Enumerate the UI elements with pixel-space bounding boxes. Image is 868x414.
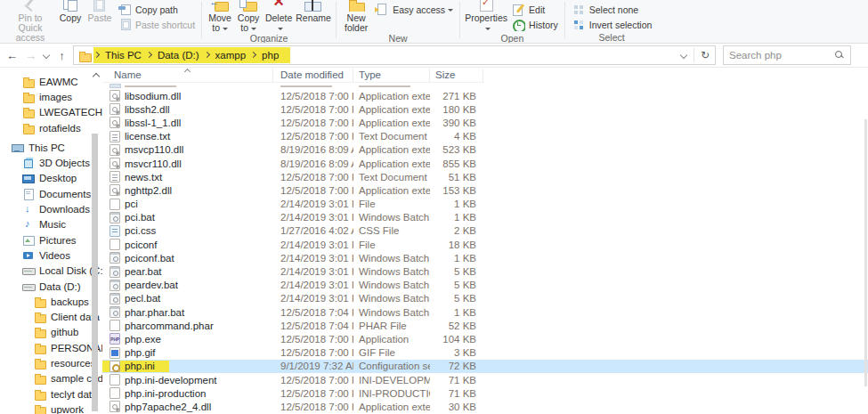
file-row-news-txt[interactable]: news.txt12/5/2018 7:00 PMText Document51… bbox=[102, 170, 868, 183]
file-size: 153 KB bbox=[430, 185, 483, 196]
sidebar-item-eawmc[interactable]: EAWMC bbox=[0, 74, 102, 89]
back-button[interactable]: ← bbox=[3, 49, 21, 62]
file-row-pecl-bat[interactable]: pecl.bat2/14/2019 3:01 PMWindows Batch F… bbox=[102, 292, 868, 305]
recent-locations-chevron-icon[interactable] bbox=[40, 49, 53, 61]
file-row-pciconf[interactable]: pciconf2/14/2019 3:01 PMFile18 KB bbox=[102, 238, 868, 251]
sidebar-item-this-pc[interactable]: This PC bbox=[0, 140, 102, 155]
sidebar-item-downloads[interactable]: Downloads bbox=[0, 201, 102, 216]
sidebar-item-upwork[interactable]: upwork bbox=[0, 402, 102, 414]
file-row-msvcp110-dll[interactable]: msvcp110.dll8/19/2016 8:09 AMApplication… bbox=[102, 143, 868, 157]
sidebar-item-local-disk-c[interactable]: Local Disk (C:) bbox=[0, 264, 102, 279]
file-row-pci[interactable]: pci2/14/2019 3:01 PMFile1 KB bbox=[102, 198, 868, 211]
history-button[interactable]: History bbox=[508, 17, 561, 32]
sidebar-scrollbar[interactable] bbox=[92, 134, 98, 411]
ribbon: Pin to Quick accessCopyPasteCopy pathPas… bbox=[0, 0, 868, 44]
file-row-peardev-bat[interactable]: peardev.bat2/14/2019 3:01 PMWindows Batc… bbox=[102, 279, 868, 292]
file-row-php-ini-production[interactable]: php.ini-production12/5/2018 7:00 PMINI-P… bbox=[102, 386, 868, 400]
file-row-clipped[interactable] bbox=[102, 83, 868, 89]
file-row-msvcr110-dll[interactable]: msvcr110.dll8/19/2016 8:09 AMApplication… bbox=[102, 157, 868, 170]
edit-button[interactable]: Edit bbox=[508, 2, 561, 17]
breadcrumb-segment-php[interactable]: php bbox=[257, 50, 283, 61]
group-separator bbox=[336, 2, 337, 38]
column-header-date-modified[interactable]: Date modified bbox=[273, 69, 353, 82]
sidebar-item-resources[interactable]: resources bbox=[0, 355, 102, 370]
window-scrollbar[interactable] bbox=[864, 119, 867, 386]
new-folder-button[interactable]: New folder bbox=[340, 0, 372, 33]
paste-button[interactable]: Paste bbox=[85, 0, 115, 23]
copy-path-button[interactable]: Copy path bbox=[115, 2, 198, 17]
sidebar-scroll-up-icon[interactable] bbox=[92, 71, 101, 78]
breadcrumb-segment-xampp[interactable]: xampp bbox=[211, 50, 251, 61]
sidebar-item-3d-objects[interactable]: 3D Objects bbox=[0, 155, 102, 170]
copy-button[interactable]: Copy bbox=[56, 0, 85, 23]
file-file-icon bbox=[110, 320, 120, 331]
column-header-label: Size bbox=[435, 69, 455, 80]
address-dropdown-chevron-icon[interactable] bbox=[677, 49, 690, 61]
file-row-license-txt[interactable]: license.txt12/5/2018 7:00 PMText Documen… bbox=[102, 130, 868, 143]
pin-to-quick-access-button[interactable]: Pin to Quick access bbox=[4, 0, 56, 43]
file-row-pharcommand-phar[interactable]: pharcommand.phar12/5/2018 7:04 PMPHAR Fi… bbox=[102, 319, 868, 332]
file-name: php.gif bbox=[125, 347, 156, 358]
sidebar-item-images[interactable]: images bbox=[0, 89, 102, 104]
sidebar-item-data-d[interactable]: Data (D:) bbox=[0, 279, 102, 294]
file-row-php-exe[interactable]: php.exe12/5/2018 7:00 PMApplication104 K… bbox=[102, 332, 868, 345]
file-row-pear-bat[interactable]: pear.bat2/14/2019 3:01 PMWindows Batch F… bbox=[102, 264, 868, 278]
sidebar-item-backups[interactable]: backups bbox=[0, 294, 102, 309]
file-row-php-ini[interactable]: php.ini9/1/2019 7:32 AMConfiguration set… bbox=[102, 360, 868, 373]
invert-selection-button[interactable]: Invert selection bbox=[569, 17, 655, 32]
date-modified: 12/5/2018 7:00 PM bbox=[273, 334, 353, 345]
file-row-libssh2-dll[interactable]: libssh2.dll12/5/2018 7:00 PMApplication … bbox=[102, 102, 868, 116]
file-row-pciconf-bat[interactable]: pciconf.bat2/14/2019 3:01 PMWindows Batc… bbox=[102, 251, 868, 264]
easy-access-button[interactable]: Easy access bbox=[372, 2, 456, 17]
file-row-php-gif[interactable]: php.gif12/5/2018 7:00 PMGIF File3 KB bbox=[102, 346, 868, 360]
dropdown-caret-icon bbox=[223, 28, 228, 30]
file-row-pci-css[interactable]: pci.css1/27/2016 4:02 AMCSS File2 KB bbox=[102, 224, 868, 238]
file-row-php-ini-development[interactable]: php.ini-development12/5/2018 7:00 PMINI-… bbox=[102, 373, 868, 386]
sidebar-item-rotafields[interactable]: rotafields bbox=[0, 120, 102, 135]
rename-button[interactable]: Rename bbox=[295, 0, 332, 23]
column-header-type[interactable]: Type bbox=[353, 69, 430, 82]
properties-button[interactable]: Properties bbox=[464, 0, 508, 33]
file-type: Windows Batch File bbox=[353, 280, 430, 290]
sidebar-item-personal[interactable]: PERSONAL bbox=[0, 340, 102, 355]
forward-button[interactable]: → bbox=[21, 49, 40, 62]
file-size: 390 KB bbox=[430, 118, 483, 128]
up-button[interactable]: ↑ bbox=[53, 49, 71, 62]
sidebar-item-videos[interactable]: Videos bbox=[0, 248, 102, 263]
sidebar-item-desktop[interactable]: Desktop bbox=[0, 171, 102, 186]
file-name: news.txt bbox=[125, 172, 162, 183]
sidebar-item-client-data[interactable]: Client data bbox=[0, 309, 102, 324]
select-none-button[interactable]: Select none bbox=[569, 2, 655, 17]
sidebar-item-lwegatech-po[interactable]: LWEGATECH PO bbox=[0, 105, 102, 120]
file-row-phar-phar-bat[interactable]: phar.phar.bat12/5/2018 7:04 PMWindows Ba… bbox=[102, 305, 868, 319]
button-label: Invert selection bbox=[589, 20, 653, 30]
document-icon bbox=[22, 189, 35, 199]
file-type: Application bbox=[353, 334, 430, 345]
copy-to-button[interactable]: Copy to bbox=[234, 0, 263, 33]
file-row-nghttp2-dll[interactable]: nghttp2.dll12/5/2018 7:00 PMApplication … bbox=[102, 183, 868, 197]
sidebar-item-sample-code-fo[interactable]: sample code fo bbox=[0, 371, 102, 386]
move-to-button[interactable]: Move to bbox=[206, 0, 234, 33]
delete-button[interactable]: Delete bbox=[263, 0, 295, 33]
file-row-pci-bat[interactable]: pci.bat2/14/2019 3:01 PMWindows Batch Fi… bbox=[102, 211, 868, 224]
breadcrumb-segment-this-pc[interactable]: This PC bbox=[101, 50, 146, 61]
file-type: CSS File bbox=[353, 225, 430, 236]
sidebar-item-documents[interactable]: Documents bbox=[0, 186, 102, 201]
column-header-size[interactable]: Size bbox=[430, 69, 483, 82]
address-bar[interactable]: This PCData (D:)xamppphp ↻ bbox=[73, 45, 716, 65]
file-row-php7apache2-4-dll[interactable]: php7apache2_4.dll12/5/2018 7:00 PMApplic… bbox=[102, 400, 868, 413]
ribbon-group-label: New bbox=[340, 33, 456, 44]
breadcrumb-segment-data-d[interactable]: Data (D:) bbox=[153, 50, 204, 61]
refresh-icon[interactable]: ↻ bbox=[698, 49, 712, 61]
paste-shortcut-button[interactable]: Paste shortcut bbox=[115, 17, 198, 32]
search-box[interactable] bbox=[723, 45, 851, 65]
sidebar-item-github[interactable]: github bbox=[0, 325, 102, 340]
breadcrumb-chevron-icon bbox=[93, 51, 101, 60]
file-row-libssl-1-1-dll[interactable]: libssl-1_1.dll12/5/2018 7:00 PMApplicati… bbox=[102, 116, 868, 129]
sidebar-item-music[interactable]: Music bbox=[0, 217, 102, 232]
file-row-libsodium-dll[interactable]: libsodium.dll12/5/2018 7:00 PMApplicatio… bbox=[102, 89, 868, 102]
search-input[interactable] bbox=[729, 50, 834, 61]
button-label: Edit bbox=[529, 4, 545, 15]
sidebar-item-pictures[interactable]: Pictures bbox=[0, 232, 102, 248]
sidebar-item-teclyt-data[interactable]: teclyt data bbox=[0, 386, 102, 402]
